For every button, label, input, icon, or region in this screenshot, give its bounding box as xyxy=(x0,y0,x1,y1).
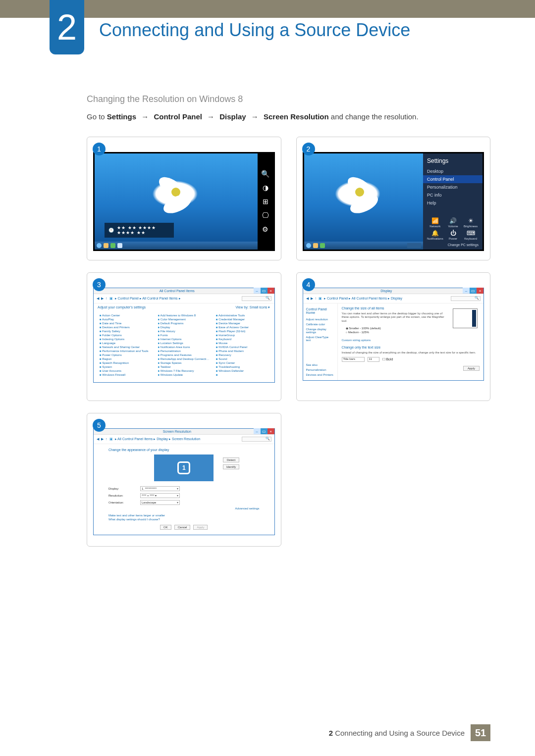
control-panel-item: NVIDIA Control Panel xyxy=(216,346,268,349)
window-title: Screen Resolution xyxy=(101,430,254,433)
identify-button: Identify xyxy=(223,464,239,469)
detect-button: Detect xyxy=(223,457,239,462)
custom-sizing-link: Custom sizing options xyxy=(342,339,480,342)
apply-button: Apply xyxy=(463,366,480,371)
path-screen-resolution: Screen Resolution xyxy=(264,112,329,121)
settings-title: Settings xyxy=(427,157,479,164)
store-icon xyxy=(320,243,325,248)
arrow-icon: → xyxy=(138,112,152,121)
control-panel-item: Color Management xyxy=(158,318,211,321)
radio-medium: ○ Medium - 125% xyxy=(346,331,480,334)
quick-setting: 📶Network xyxy=(427,217,443,228)
window-buttons: – ▭ × xyxy=(254,428,274,434)
control-panel-item: Internet Options xyxy=(158,338,211,341)
page-content: Changing the Resolution on Windows 8 Go … xyxy=(87,94,490,547)
settings-panel: Settings Desktop Control Panel Personali… xyxy=(423,153,482,250)
cancel-button: Cancel xyxy=(174,525,191,530)
devices-icon: 🖵 xyxy=(262,212,269,219)
screenshot-5: 5 Screen Resolution – ▭ × ◀ ▶ xyxy=(87,413,281,547)
instr-prefix: Go to xyxy=(87,112,107,121)
search-input xyxy=(242,296,271,301)
close-icon: × xyxy=(268,428,274,434)
footer-text: 2 Connecting and Using a Source Device xyxy=(329,729,465,737)
control-panel-item: Phone and Modem xyxy=(216,350,268,353)
control-panel-item: Speech Recognition xyxy=(100,361,152,364)
breadcrumb: ◀ ▶ ↑ ▣ ▸ Control Panel ▸ All Control Pa… xyxy=(303,294,484,303)
radio-label: Smaller - 100% (default) xyxy=(349,327,381,330)
display-window: Display – ▭ × ◀ ▶ ↑ ▣ ▸ Control Panel ▸ … xyxy=(303,288,484,381)
control-panel-item: Power Options xyxy=(100,353,152,356)
control-panel-item: Add features to Windows 8 xyxy=(158,314,211,317)
control-panel-item: Credential Manager xyxy=(216,318,268,321)
control-panel-item: Windows Update xyxy=(158,373,211,376)
sidebar-link: Change display settings xyxy=(306,327,334,335)
resolution-body: Change the appearance of your display 1 … xyxy=(94,444,274,535)
control-panel-item: Folder Options xyxy=(100,334,152,337)
window-title: Display xyxy=(310,289,463,293)
display-body: Control Panel Home Adjust resolution Cal… xyxy=(303,303,484,380)
breadcrumb: ◀ ▶ ↑ ▣ ▸ Control Panel ▸ All Control Pa… xyxy=(94,294,274,303)
ie-icon xyxy=(306,243,311,248)
screenshot-frame: Screen Resolution – ▭ × ◀ ▶ ↑ ▣ ▸ All Co… xyxy=(87,413,281,547)
close-icon: × xyxy=(268,288,274,294)
control-panel-item: Language xyxy=(100,342,152,345)
change-pc-settings-link: Change PC settings xyxy=(427,243,479,247)
control-panel-item: Storage Spaces xyxy=(158,361,211,364)
control-panel-item: Windows 7 File Recovery xyxy=(158,369,211,372)
settings-icon: ⚙ xyxy=(262,226,268,233)
step-badge: 3 xyxy=(93,278,106,291)
control-panel-item: RemoteApp and Desktop Connections xyxy=(158,357,211,360)
orientation-row: Orientation: Landscape xyxy=(108,500,260,505)
dialog-actions: OK Cancel Apply xyxy=(108,525,260,530)
system-tray xyxy=(407,243,421,248)
control-panel-item: Device Manager xyxy=(216,322,268,325)
control-panel-item: Taskbar xyxy=(158,365,211,368)
apply-button: Apply xyxy=(193,525,208,530)
control-panel-window: All Control Panel Items – ▭ × ◀ ▶ ↑ ▣ ▸ … xyxy=(93,288,275,383)
window-title: All Control Panel Items xyxy=(101,289,254,293)
control-panel-item: Performance Information and Tools xyxy=(100,350,152,353)
control-panel-item: Display xyxy=(158,326,211,329)
nav-fwd-icon: ▶ xyxy=(311,297,313,301)
instruction-text: Go to Settings → Control Panel → Display… xyxy=(87,111,490,123)
resolution-heading: Change the appearance of your display xyxy=(108,448,260,452)
control-panel-item: Location Settings xyxy=(158,342,211,345)
screenshot-2: 2 Settings Desktop xyxy=(296,137,491,260)
orientation-dropdown: Landscape xyxy=(140,500,180,505)
control-panel-item: HomeGroup xyxy=(216,334,268,337)
control-panel-item: Windows Firewall xyxy=(100,373,152,376)
flower-icon xyxy=(355,188,364,197)
section-heading: Changing the Resolution on Windows 8 xyxy=(87,94,490,104)
control-panel-item: User Accounts xyxy=(100,369,152,372)
screenshot-grid: 1 🕙 ★★ ★★ ★★★★ ★★★★ ★★ xyxy=(87,137,490,547)
path-control-panel: Control Panel xyxy=(154,112,202,121)
control-panel-item: Region xyxy=(100,357,152,360)
step-badge: 4 xyxy=(302,278,315,291)
cp-icon: ▣ xyxy=(319,297,322,301)
control-panel-item: Sound xyxy=(216,357,268,360)
control-panel-item: Notification Area Icons xyxy=(158,346,211,349)
step-badge: 5 xyxy=(93,419,106,432)
control-panel-item: Indexing Options xyxy=(100,338,152,341)
bold-checkbox: ☐ Bold xyxy=(382,357,393,361)
breadcrumb-text: ▸ All Control Panel Items ▸ Display ▸ Sc… xyxy=(115,437,201,441)
sidebar-header: Control Panel Home xyxy=(306,306,334,315)
time-overlay: 🕙 ★★ ★★ ★★★★ ★★★★ ★★ xyxy=(105,223,174,238)
explorer-icon xyxy=(104,243,108,248)
arrow-icon: → xyxy=(204,112,217,121)
window-titlebar: Screen Resolution – ▭ × xyxy=(94,429,274,435)
settings-item: Desktop xyxy=(427,167,479,175)
control-panel-item: Flash Player (32-bit) xyxy=(216,330,268,333)
display-heading-2: Change only the text size xyxy=(342,346,480,349)
window-titlebar: Display – ▭ × xyxy=(303,288,484,294)
nav-up-icon: ↑ xyxy=(315,297,317,300)
control-panel-item: Programs and Features xyxy=(158,353,211,356)
resolution-dropdown: **** × **** ▾ xyxy=(140,493,180,498)
settings-quick-grid: 📶Network🔊Volume☀Brightness🔔Notifications… xyxy=(427,217,479,240)
control-panel-item: Date and Time xyxy=(100,322,152,325)
instr-suffix: and change the resolution. xyxy=(331,112,419,121)
settings-item-control-panel: Control Panel xyxy=(423,175,482,183)
step-badge: 1 xyxy=(93,143,106,155)
quick-setting: 🔔Notifications xyxy=(427,230,443,240)
monitor-number: 1 xyxy=(177,461,190,474)
